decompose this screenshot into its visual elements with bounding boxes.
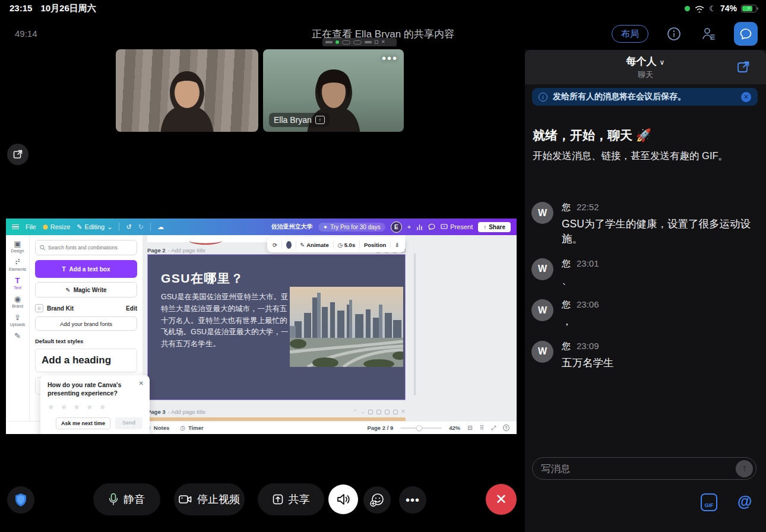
redo-icon[interactable]: ↻ [138, 223, 144, 231]
delete-icon[interactable] [393, 410, 398, 414]
more-options-button[interactable]: ••• [399, 486, 426, 514]
zoom-slider-knob[interactable] [416, 425, 422, 431]
canvas-scrollbar[interactable] [414, 253, 416, 395]
grid-view-icon[interactable]: ⊟ [467, 425, 472, 431]
move-up-icon[interactable]: ⌃ [353, 410, 357, 414]
help-icon[interactable]: ? [503, 425, 509, 431]
star-icon[interactable]: ★ [61, 403, 68, 411]
canva-user-avatar[interactable]: E [391, 221, 402, 233]
slide-heading[interactable]: GSU在哪里？ [161, 270, 244, 287]
sidebar-item-text[interactable]: T Text [14, 277, 21, 290]
style-picker-icon[interactable]: ✐ [393, 240, 401, 249]
sidebar-item-elements[interactable]: ⠞ Elements [9, 258, 26, 271]
try-pro-button[interactable]: ✦ Try Pro for 30 days [318, 223, 385, 232]
banner-close-button[interactable]: ✕ [741, 92, 751, 102]
canva-doc-title[interactable]: 佐治亚州立大学 [271, 223, 313, 231]
comments-icon[interactable] [428, 223, 435, 230]
chat-message-input[interactable] [541, 463, 736, 474]
slide-page-2[interactable]: GSU在哪里？ GSU是在美国佐治亚州亚特兰大市。亚特兰大是佐治亚最大的城市，一… [147, 254, 406, 400]
canva-resize-button[interactable]: Resize [43, 223, 71, 230]
end-call-button[interactable]: ✕ [486, 484, 517, 515]
add-heading-style[interactable]: Add a heading [35, 349, 137, 372]
canva-canvas: ⟳ ✎ Animate ◷ 5.0s Position [143, 235, 517, 421]
brand-kit-icon: ☺ [35, 304, 43, 312]
star-icon[interactable]: ★ [48, 403, 55, 411]
participants-button[interactable] [699, 25, 717, 43]
message-sender: 您 [562, 341, 571, 351]
rating-send-button[interactable]: Send [115, 417, 143, 429]
star-icon[interactable]: ★ [99, 403, 106, 411]
timer-button[interactable]: ◷ Timer [180, 425, 203, 431]
canva-editing-mode[interactable]: ✎ Editing ⌄ [77, 223, 112, 231]
add-text-box-button[interactable]: T Add a text box [35, 260, 137, 278]
security-button[interactable] [7, 486, 34, 514]
duration-button[interactable]: ◷ 5.0s [337, 242, 355, 248]
canva-file-menu[interactable]: File [26, 223, 36, 230]
layout-button[interactable]: 布局 [612, 25, 648, 43]
zoom-percent[interactable]: 42% [449, 425, 460, 431]
atlanta-skyline-photo[interactable] [290, 287, 403, 367]
zoom-slider[interactable] [400, 428, 442, 429]
notes-button[interactable]: ≡ Notes [147, 425, 169, 431]
sidebar-item-uploads[interactable]: ⇪ Uploads [10, 314, 26, 327]
position-button[interactable]: Position [364, 242, 386, 248]
add-member-icon[interactable]: + [407, 223, 411, 230]
speaker-button[interactable] [328, 484, 358, 514]
page3-title-placeholder[interactable]: - Add page title [168, 408, 205, 415]
close-icon[interactable]: ✕ [139, 380, 144, 387]
hide-icon[interactable] [368, 410, 373, 414]
page3-header-row: Page 3 - Add page title ⌃ ⌄ ⇱ [147, 408, 406, 415]
meeting-info-button[interactable] [665, 25, 683, 43]
info-icon: i [539, 93, 547, 102]
export-icon[interactable]: ⇱ [401, 410, 406, 414]
star-icon[interactable]: ★ [73, 403, 80, 411]
font-search-input[interactable] [48, 245, 132, 251]
page2-title-placeholder[interactable]: - Add page title [168, 247, 205, 254]
add-brand-fonts-button[interactable]: Add your brand fonts [35, 316, 137, 331]
lock-icon[interactable] [376, 410, 381, 414]
undo-icon[interactable]: ↺ [126, 223, 131, 231]
pages-view-icon[interactable]: ⠿ [480, 425, 484, 431]
sidebar-item-brand[interactable]: ◉ Brand [12, 295, 23, 308]
fullscreen-icon[interactable]: ⤢ [491, 425, 496, 432]
chat-toggle-button[interactable] [734, 22, 758, 46]
rotate-icon[interactable]: ⟳ [273, 242, 277, 248]
star-icon[interactable]: ★ [86, 403, 93, 411]
sidebar-item-design[interactable]: ▣ Design [11, 240, 24, 253]
present-button[interactable]: Present [441, 223, 473, 230]
mute-button[interactable]: 静音 [93, 483, 160, 515]
self-video-tile[interactable] [116, 49, 258, 132]
stop-video-button[interactable]: 停止视频 [174, 483, 245, 515]
canva-menu-icon[interactable] [12, 224, 19, 230]
avatar: W [531, 341, 553, 363]
canva-share-button[interactable]: ↑ Share [478, 222, 511, 232]
move-down-icon[interactable]: ⌄ [361, 410, 365, 414]
send-message-button[interactable]: ↑ [736, 460, 753, 477]
mute-label: 静音 [124, 492, 145, 506]
floating-share-controls[interactable]: ✕ [322, 38, 397, 46]
share-content-label: 共享 [289, 492, 310, 506]
reactions-button[interactable] [363, 486, 391, 514]
popout-shared-content-button[interactable] [7, 144, 29, 165]
mention-button[interactable]: @ [737, 493, 752, 510]
remote-video-tile[interactable]: ••• Ella Bryan ↑ [263, 49, 404, 132]
insights-icon[interactable] [416, 224, 423, 230]
animate-button[interactable]: ✎ Animate [300, 242, 328, 248]
ask-me-next-time-button[interactable]: Ask me next time [56, 417, 110, 429]
chat-popout-button[interactable] [736, 60, 751, 74]
chat-message: W 您23:09 五万名学生 [531, 341, 760, 370]
magic-write-button[interactable]: ✎ Magic Write [35, 282, 137, 297]
slide-body-text[interactable]: GSU是在美国佐治亚州亚特兰大市。亚特兰大是佐治亚最大的城市，一共有五十万名人。… [161, 292, 289, 350]
chat-audience-selector[interactable]: 每个人∨ 聊天 [626, 55, 665, 80]
rating-stars[interactable]: ★★★★★ [48, 403, 143, 411]
tile-more-button[interactable]: ••• [382, 52, 398, 65]
chat-welcome-title: 就绪，开始，聊天 🚀 [533, 127, 651, 144]
brand-kit-edit-link[interactable]: Edit [126, 305, 137, 312]
share-content-button[interactable]: 共享 [258, 483, 324, 515]
font-search-box[interactable] [35, 240, 137, 255]
sidebar-item-draw[interactable]: ✎ [14, 332, 21, 340]
rating-question: How do you rate Canva's presenting exper… [48, 381, 137, 397]
gif-button[interactable]: GIF [701, 493, 717, 511]
duplicate-icon[interactable] [385, 410, 390, 414]
background-color-chip[interactable] [286, 241, 292, 249]
